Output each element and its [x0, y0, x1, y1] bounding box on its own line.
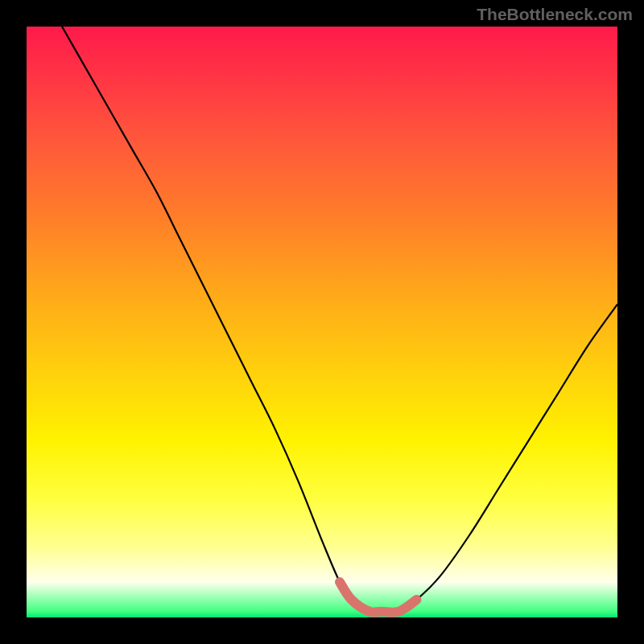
optimal-zone-marker [340, 582, 416, 613]
bottleneck-curve [62, 27, 617, 613]
chart-canvas [27, 27, 617, 617]
chart-svg [27, 27, 617, 617]
watermark-text: TheBottleneck.com [477, 5, 633, 24]
